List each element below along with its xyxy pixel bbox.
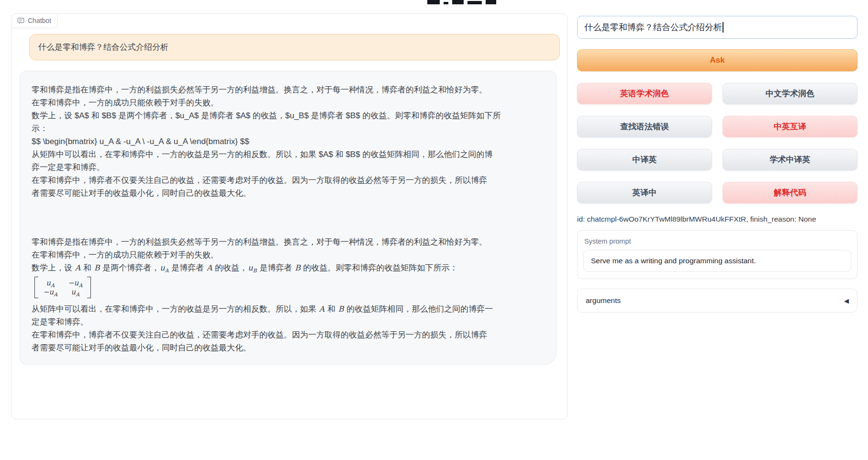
system-prompt-input[interactable]: Serve me as a writing and programming as…	[583, 250, 851, 272]
bot-message-latex-source-line: $$ \begin{bmatrix} u_A & -u_A \ -u_A & u…	[32, 135, 545, 148]
question-input-value: 什么是零和博弈？结合公式介绍分析	[584, 22, 722, 33]
bot-message-line: 零和博弈是指在博弈中，一方的利益损失必然等于另一方的利益增益。换言之，对于每一种…	[32, 83, 545, 96]
user-message-text: 什么是零和博弈？结合公式介绍分析	[38, 43, 168, 52]
system-prompt-label: System prompt	[584, 237, 850, 245]
app-window: Chatbot 什么是零和博弈？结合公式介绍分析 零和博弈是指在博弈中，一方的利…	[0, 0, 868, 460]
matrix-cell: uA	[70, 288, 80, 296]
bot-message-line: 者需要尽可能让对手的收益最小化，同时自己的收益最大化。	[32, 187, 545, 200]
matrix-right-bracket	[87, 277, 91, 298]
system-prompt-card: System prompt Serve me as a writing and …	[577, 230, 857, 279]
bot-message-line: 零和博弈是指在博弈中，一方的利益损失必然等于另一方的利益增益。换言之，对于每一种…	[32, 236, 545, 248]
bot-message-line: 数学上，设 $A$ 和 $B$ 是两个博弈者，$u_A$ 是博弈者 $A$ 的收…	[32, 109, 545, 122]
text-cursor	[723, 22, 723, 33]
bot-message-line: 定是零和博弈。	[32, 315, 545, 328]
bot-message-line: 在零和博弈中，一方的成功只能依赖于对手的失败。	[32, 248, 545, 261]
matrix-cell: −uA	[67, 279, 83, 287]
button-academic-zh-to-en[interactable]: 学术中译英	[723, 149, 857, 170]
arguments-accordion-header[interactable]: arguments ◀	[577, 289, 857, 313]
chatbot-panel[interactable]: Chatbot 什么是零和博弈？结合公式介绍分析 零和博弈是指在博弈中，一方的利…	[11, 13, 568, 419]
completion-status-line: id: chatcmpl-6wOo7KrYTwMl89lbrMWRu4UkFFX…	[577, 215, 857, 224]
matrix-cell: uA	[45, 279, 55, 287]
accordion-collapse-icon[interactable]: ◀	[844, 297, 849, 304]
clipped-page-title	[427, 0, 496, 4]
bot-message-line: 在零和博弈中，博弈者不仅要关注自己的收益，还需要考虑对手的收益。因为一方取得的收…	[32, 174, 545, 187]
bot-message-line: 从矩阵中可以看出，在零和博弈中，一方的收益是另一方的相反数。所以，如果 $A$ …	[32, 148, 545, 161]
chatbot-label: Chatbot	[28, 17, 51, 24]
bot-message-line: 弈一定是零和博弈。	[32, 161, 545, 174]
chatbot-label-tab: Chatbot	[12, 14, 58, 28]
bot-message-math-line: 数学上，设 A 和 B 是两个博弈者，uA 是博弈者 A 的收益，uB 是博弈者…	[32, 261, 545, 274]
ask-button[interactable]: Ask	[577, 49, 857, 71]
user-message-bubble: 什么是零和博弈？结合公式介绍分析	[29, 34, 560, 60]
chat-bubble-icon	[17, 17, 24, 24]
bot-message-line: 示：	[32, 122, 545, 135]
quick-action-grid: 英语学术润色 中文学术润色 查找语法错误 中英互译 中译英 学术中译英 英译中 …	[577, 83, 857, 203]
arguments-accordion-label: arguments	[586, 296, 621, 305]
button-chinese-academic-polish[interactable]: 中文学术润色	[723, 83, 857, 104]
bot-message-math-line: 从矩阵中可以看出，在零和博弈中，一方的收益是另一方的相反数。所以，如果 A 和 …	[32, 303, 545, 315]
button-english-academic-polish[interactable]: 英语学术润色	[577, 83, 712, 104]
bot-message-line: 在零和博弈中，博弈者不仅要关注自己的收益，还需要考虑对手的收益。因为一方取得的收…	[32, 328, 545, 341]
paragraph-gap	[32, 200, 545, 236]
question-input[interactable]: 什么是零和博弈？结合公式介绍分析	[577, 16, 857, 39]
matrix-left-bracket	[34, 277, 38, 298]
composer-panel: 什么是零和博弈？结合公式介绍分析 Ask 英语学术润色 中文学术润色 查找语法错…	[577, 16, 857, 313]
bot-message-line: 者需要尽可能让对手的收益最小化，同时自己的收益最大化。	[32, 341, 545, 354]
button-find-grammar-errors[interactable]: 查找语法错误	[577, 116, 712, 137]
bot-message-line: 在零和博弈中，一方的成功只能依赖于对手的失败。	[32, 96, 545, 109]
button-explain-code[interactable]: 解释代码	[723, 182, 857, 203]
bot-message-bubble: 零和博弈是指在博弈中，一方的利益损失必然等于另一方的利益增益。换言之，对于每一种…	[20, 71, 556, 365]
button-en-to-zh[interactable]: 英译中	[577, 182, 712, 203]
payoff-matrix: uA −uA −uA uA	[32, 274, 545, 303]
button-zh-to-en[interactable]: 中译英	[577, 149, 712, 170]
button-zh-en-mutual-translate[interactable]: 中英互译	[723, 116, 857, 137]
matrix-cell: −uA	[43, 288, 58, 296]
